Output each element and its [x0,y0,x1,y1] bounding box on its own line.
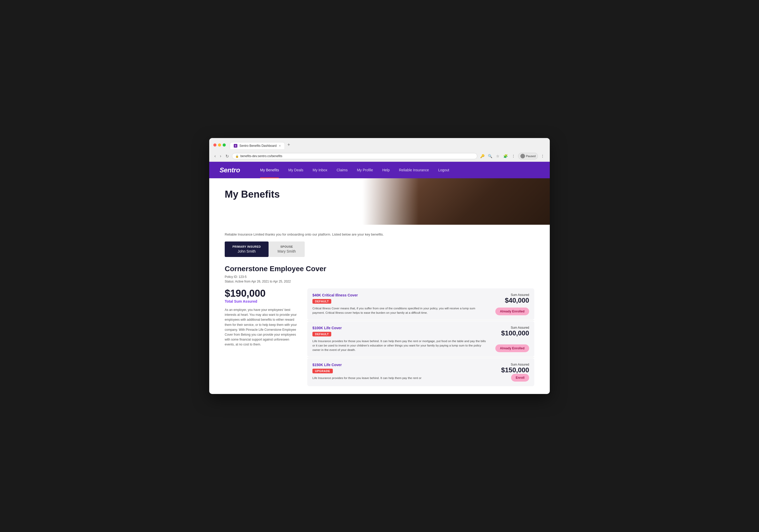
new-tab-button[interactable]: + [285,141,293,149]
nav-reliable-insurance[interactable]: Reliable Insurance [394,162,433,178]
primary-insured-name: John Smith [232,249,261,253]
divider-2 [307,357,534,358]
profile-button[interactable]: Paused [518,153,538,159]
covers-list: $40K Critical Illness Cover DEFAULT Crit… [307,288,534,386]
profile-avatar [520,154,525,158]
brand-name: Sentro [220,166,240,174]
sum-label-2: Sum Assured [501,326,529,329]
sum-amount-1: $40,000 [505,297,529,304]
traffic-lights [213,143,226,146]
spouse-name: Mary Smith [276,249,297,253]
sum-info-2: Sum Assured $100,000 [501,326,529,337]
back-button[interactable]: ‹ [213,153,217,159]
browser-tabs: S Sentro Benefits Dashboard ✕ + [230,141,546,149]
policy-summary: $190,000 Total Sum Assured As an employe… [225,288,297,386]
sum-info-1: Sum Assured $40,000 [505,293,529,304]
insured-tabs: PRIMARY INSURED John Smith SPOUSE Mary S… [225,241,534,257]
cover-card-main-1: $40K Critical Illness Cover DEFAULT Crit… [312,293,488,315]
cover-desc-3: Life Insurance provides for those you le… [312,376,488,380]
browser-window: S Sentro Benefits Dashboard ✕ + ‹ › ↻ 🔒 … [209,138,550,394]
sum-info-3: Sum Assured $150,000 [501,363,529,374]
active-tab[interactable]: S Sentro Benefits Dashboard ✕ [230,142,285,149]
main-content: Reliable Insurance Limited thanks you fo… [209,225,550,394]
reload-button[interactable]: ↻ [224,153,230,159]
browser-chrome: S Sentro Benefits Dashboard ✕ + ‹ › ↻ 🔒 … [209,138,550,162]
url-text: benefits-dev.sentro.co/benefits [240,154,283,158]
close-button[interactable] [213,143,217,146]
nav-my-profile[interactable]: My Profile [352,162,378,178]
policy-description: As an employer, you have your employees'… [225,307,297,347]
policy-id: Policy ID: 123-5 [225,275,534,279]
tab-close-icon[interactable]: ✕ [279,144,281,147]
toolbar-actions: 🔑 🔍 ☆ 🧩 ⋮ Paused ⋮ [479,153,546,159]
sum-amount-2: $100,000 [501,329,529,337]
cover-card-main-3: $150K Life Cover UPGRADE Life Insurance … [312,363,488,382]
minimize-button[interactable] [218,143,221,146]
hero-banner: My Benefits [209,178,550,225]
primary-insured-tab[interactable]: PRIMARY INSURED John Smith [225,241,268,257]
app-content: Sentro My Benefits My Deals My Inbox Cla… [209,162,550,394]
nav-links: My Benefits My Deals My Inbox Claims My … [256,162,539,178]
hero-content: My Benefits [209,178,550,211]
forward-button[interactable]: › [219,153,222,159]
cover-card-right-1: Sum Assured $40,000 Already Enrolled [493,293,529,315]
policy-body: $190,000 Total Sum Assured As an employe… [225,288,534,386]
cover-desc-1: Critical Illness Cover means that, if yo… [312,306,488,315]
enroll-button-1[interactable]: Already Enrolled [495,307,529,315]
cover-badge-1: DEFAULT [312,299,331,304]
nav-logout[interactable]: Logout [433,162,454,178]
enroll-button-2[interactable]: Already Enrolled [495,345,529,352]
tab-title: Sentro Benefits Dashboard [239,144,277,147]
cover-card-life-100k: $100K Life Cover DEFAULT Life Insurance … [307,321,534,357]
policy-title: Cornerstone Employee Cover [225,265,534,273]
cover-card-main-2: $100K Life Cover DEFAULT Life Insurance … [312,326,488,352]
title-bar: S Sentro Benefits Dashboard ✕ + [213,141,546,149]
sum-label-3: Sum Assured [501,363,529,366]
cover-card-right-3: Sum Assured $150,000 Enroll [493,363,529,382]
nav-my-deals[interactable]: My Deals [284,162,308,178]
cover-card-critical-illness: $40K Critical Illness Cover DEFAULT Crit… [307,288,534,320]
cover-name-2: $100K Life Cover [312,326,488,330]
maximize-button[interactable] [223,143,226,146]
address-bar[interactable]: 🔒 benefits-dev.sentro.co/benefits [232,153,477,159]
total-sum-amount: $190,000 [225,288,297,298]
menu-icon[interactable]: ⋮ [539,153,546,159]
cover-name-3: $150K Life Cover [312,363,488,367]
cover-name-1: $40K Critical Illness Cover [312,293,488,297]
nav-my-benefits[interactable]: My Benefits [256,162,284,178]
sum-label-1: Sum Assured [505,293,529,297]
spouse-role: SPOUSE [276,245,297,248]
extensions-icon[interactable]: 🧩 [502,153,509,159]
cover-card-right-2: Sum Assured $100,000 Already Enrolled [493,326,529,352]
top-nav: Sentro My Benefits My Deals My Inbox Cla… [209,162,550,178]
brand-logo: Sentro [220,166,240,174]
settings-icon[interactable]: ⋮ [510,153,516,159]
sum-amount-3: $150,000 [501,366,529,374]
nav-claims[interactable]: Claims [332,162,352,178]
tab-favicon: S [234,144,237,147]
cover-badge-3: UPGRADE [312,369,333,373]
spouse-tab[interactable]: SPOUSE Mary Smith [268,241,305,257]
primary-insured-role: PRIMARY INSURED [232,245,261,248]
nav-help[interactable]: Help [378,162,394,178]
search-icon[interactable]: 🔍 [487,153,493,159]
profile-label: Paused [526,154,536,158]
divider-1 [307,320,534,321]
lock-icon: 🔒 [235,154,239,158]
cover-card-life-150k: $150K Life Cover UPGRADE Life Insurance … [307,358,534,386]
cover-desc-2: Life Insurance provides for those you le… [312,339,488,352]
total-sum-label: Total Sum Assured [225,299,297,304]
enroll-button-3[interactable]: Enroll [511,374,529,382]
key-icon[interactable]: 🔑 [479,153,486,159]
bookmark-icon[interactable]: ☆ [495,153,501,159]
welcome-text: Reliable Insurance Limited thanks you fo… [225,232,534,236]
browser-toolbar: ‹ › ↻ 🔒 benefits-dev.sentro.co/benefits … [213,151,546,161]
page-title: My Benefits [225,188,534,200]
nav-my-inbox[interactable]: My Inbox [308,162,332,178]
policy-status: Status: Active from Apr 26, 2021 to Apr … [225,280,534,283]
cover-badge-2: DEFAULT [312,332,331,337]
